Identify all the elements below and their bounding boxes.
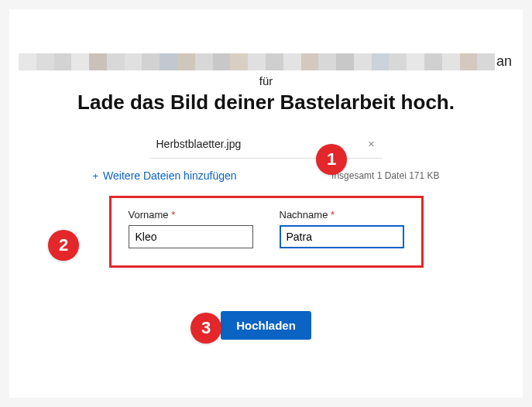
required-mark: * — [171, 209, 175, 221]
callout-1: 1 — [316, 144, 347, 175]
uploaded-file-row: Herbstblaetter.jpg × — [150, 132, 383, 159]
nachname-field: Nachname * — [280, 209, 404, 248]
name-fields-group: Vorname * Nachname * — [109, 196, 424, 268]
page-title: Lade das Bild deiner Bastelarbeit hoch. — [9, 91, 523, 115]
file-totals: Insgesamt 1 Datei 171 KB — [331, 170, 439, 181]
file-footer: +Weitere Dateien hinzufügen Insgesamt 1 … — [88, 169, 444, 182]
vorname-input[interactable] — [129, 225, 253, 248]
header-stripe-suffix: an — [496, 53, 512, 70]
required-mark: * — [331, 209, 335, 221]
nachname-label: Nachname * — [280, 209, 404, 221]
header-subtitle: für — [9, 74, 523, 87]
upload-button[interactable]: Hochladen — [221, 311, 311, 340]
submit-row: Hochladen — [9, 311, 523, 340]
upload-panel: an für Lade das Bild deiner Bastelarbeit… — [9, 9, 523, 398]
vorname-field: Vorname * — [129, 209, 253, 248]
remove-file-icon[interactable]: × — [365, 138, 377, 150]
plus-icon: + — [93, 170, 99, 182]
vorname-label: Vorname * — [129, 209, 253, 221]
nachname-input[interactable] — [280, 225, 404, 248]
callout-3: 3 — [190, 313, 221, 344]
callout-2: 2 — [48, 230, 79, 261]
add-more-files-link[interactable]: +Weitere Dateien hinzufügen — [93, 169, 237, 182]
header-stripe — [19, 53, 495, 70]
add-more-files-label: Weitere Dateien hinzufügen — [103, 169, 237, 182]
